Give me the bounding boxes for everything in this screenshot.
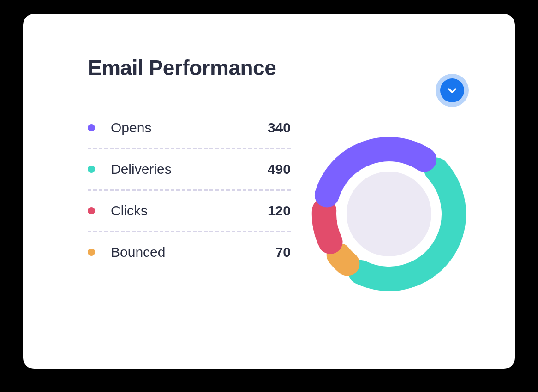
legend-value: 120: [268, 203, 291, 219]
legend-label: Clicks: [111, 203, 268, 219]
chevron-down-icon: [440, 78, 464, 102]
donut-chart: [291, 108, 487, 302]
dot-icon: [88, 207, 95, 214]
legend-item-clicks: Clicks 120: [88, 191, 291, 231]
legend-value: 490: [268, 161, 291, 177]
legend-item-deliveries: Deliveries 490: [88, 149, 291, 189]
page-title: Email Performance: [88, 55, 487, 80]
legend-value: 340: [268, 120, 291, 136]
legend-value: 70: [275, 244, 291, 260]
legend-label: Opens: [111, 120, 268, 136]
donut-segment-bounced: [339, 255, 347, 264]
legend-item-opens: Opens 340: [88, 108, 291, 148]
legend-list: Opens 340 Deliveries 490 Clicks 120 Boun…: [88, 108, 291, 272]
dot-icon: [88, 249, 95, 256]
legend-label: Bounced: [111, 244, 275, 260]
dot-icon: [88, 166, 95, 173]
email-performance-card: Email Performance Opens 340 Deliveries 4…: [23, 14, 515, 369]
dropdown-button[interactable]: [436, 74, 469, 107]
svg-point-0: [347, 172, 431, 256]
legend-label: Deliveries: [111, 161, 268, 177]
dot-icon: [88, 124, 95, 131]
donut-segment-clicks: [324, 211, 330, 242]
legend-item-bounced: Bounced 70: [88, 232, 291, 272]
